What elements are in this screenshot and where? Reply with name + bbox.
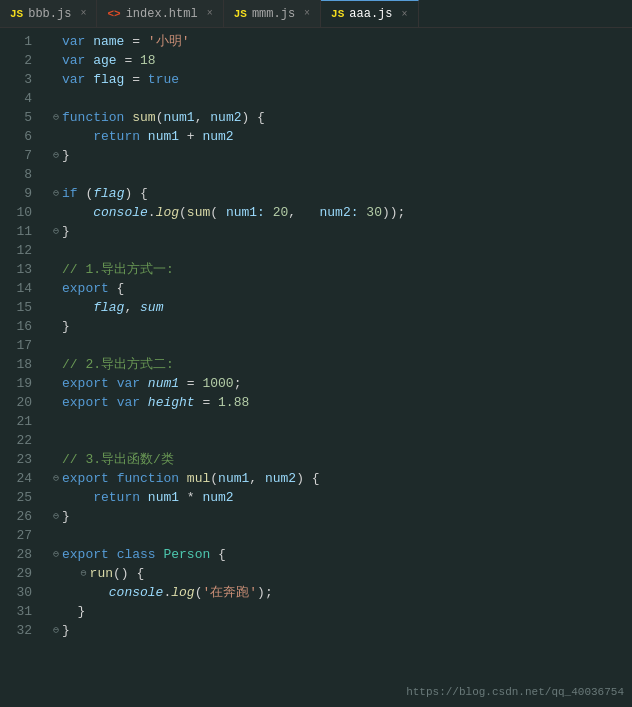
tab-close-icon[interactable]: × [80, 8, 86, 19]
code-line-28: ⊖ export class Person { [50, 545, 632, 564]
code-line-25: return num1 * num2 [50, 488, 632, 507]
tab-aaa-js[interactable]: JS aaa.js × [321, 0, 418, 27]
code-line-13: // 1.导出方式一: [50, 260, 632, 279]
tab-bbb-js[interactable]: JS bbb.js × [0, 0, 97, 27]
fold-btn-32[interactable]: ⊖ [50, 625, 62, 637]
code-line-17 [50, 336, 632, 355]
code-line-11: ⊖ } [50, 222, 632, 241]
code-area[interactable]: var name = '小明' var age = 18 var flag = … [42, 28, 632, 707]
tab-label: index.html [126, 7, 198, 21]
code-line-3: var flag = true [50, 70, 632, 89]
code-line-31: } [50, 602, 632, 621]
code-line-19: export var num1 = 1000; [50, 374, 632, 393]
js-icon: JS [10, 8, 23, 20]
watermark: https://blog.csdn.net/qq_40036754 [406, 683, 624, 702]
js-icon: JS [234, 8, 247, 20]
code-line-29: ⊖ run() { [50, 564, 632, 583]
code-line-9: ⊖ if (flag) { [50, 184, 632, 203]
code-line-10: console.log(sum( num1: 20, num2: 30)); [50, 203, 632, 222]
tab-bar: JS bbb.js × <> index.html × JS mmm.js × … [0, 0, 632, 28]
code-line-32: ⊖ } [50, 621, 632, 640]
code-line-21 [50, 412, 632, 431]
line-numbers: 1 2 3 4 5 6 7 8 9 10 11 12 13 14 15 16 1… [0, 28, 42, 707]
tab-index-html[interactable]: <> index.html × [97, 0, 223, 27]
fold-btn-5[interactable]: ⊖ [50, 112, 62, 124]
js-icon: JS [331, 8, 344, 20]
code-line-8 [50, 165, 632, 184]
tab-label: aaa.js [349, 7, 392, 21]
code-line-18: // 2.导出方式二: [50, 355, 632, 374]
code-line-27 [50, 526, 632, 545]
editor: 1 2 3 4 5 6 7 8 9 10 11 12 13 14 15 16 1… [0, 28, 632, 707]
tab-mmm-js[interactable]: JS mmm.js × [224, 0, 321, 27]
code-line-6: return num1 + num2 [50, 127, 632, 146]
code-line-20: export var height = 1.88 [50, 393, 632, 412]
fold-btn-29[interactable]: ⊖ [78, 568, 90, 580]
tab-close-icon[interactable]: × [304, 8, 310, 19]
tab-close-icon[interactable]: × [207, 8, 213, 19]
tab-label: mmm.js [252, 7, 295, 21]
code-line-22 [50, 431, 632, 450]
code-line-24: ⊖ export function mul(num1, num2) { [50, 469, 632, 488]
code-line-26: ⊖ } [50, 507, 632, 526]
fold-btn-24[interactable]: ⊖ [50, 473, 62, 485]
code-line-15: flag, sum [50, 298, 632, 317]
code-line-2: var age = 18 [50, 51, 632, 70]
code-line-5: ⊖ function sum(num1, num2) { [50, 108, 632, 127]
code-line-12 [50, 241, 632, 260]
code-line-16: } [50, 317, 632, 336]
code-line-14: export { [50, 279, 632, 298]
code-line-7: ⊖ } [50, 146, 632, 165]
tab-label: bbb.js [28, 7, 71, 21]
code-line-23: // 3.导出函数/类 [50, 450, 632, 469]
fold-btn-28[interactable]: ⊖ [50, 549, 62, 561]
code-line-4 [50, 89, 632, 108]
fold-btn-7[interactable]: ⊖ [50, 150, 62, 162]
code-line-30: console.log('在奔跑'); [50, 583, 632, 602]
fold-btn-9[interactable]: ⊖ [50, 188, 62, 200]
html-icon: <> [107, 8, 120, 20]
code-line-1: var name = '小明' [50, 32, 632, 51]
fold-btn-26[interactable]: ⊖ [50, 511, 62, 523]
fold-btn-11[interactable]: ⊖ [50, 226, 62, 238]
tab-close-icon[interactable]: × [402, 9, 408, 20]
